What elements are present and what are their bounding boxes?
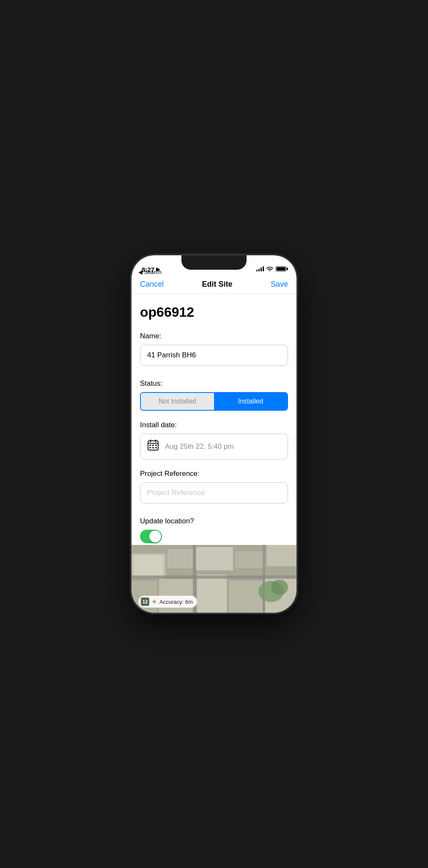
project-reference-label: Project Reference: [140, 470, 288, 478]
name-input[interactable] [140, 345, 288, 366]
battery-icon [276, 266, 286, 271]
phone-screen: 8:27 ▶ ◀ Search [132, 255, 296, 613]
status-field-group: Status: Not Installed Installed [140, 379, 288, 411]
wifi-icon [266, 265, 273, 272]
phone-frame: 8:27 ▶ ◀ Search [132, 255, 296, 613]
accuracy-label: Accuracy: 6m [159, 599, 193, 605]
status-icons [256, 265, 286, 272]
installed-option[interactable]: Installed [214, 393, 287, 410]
signal-icon [256, 266, 264, 271]
not-installed-option[interactable]: Not Installed [141, 393, 214, 410]
save-button[interactable]: Save [271, 280, 288, 289]
svg-rect-15 [235, 551, 265, 568]
status-toggle[interactable]: Not Installed Installed [140, 392, 288, 411]
svg-rect-5 [152, 445, 154, 446]
name-field-group: Name: [140, 332, 288, 376]
svg-rect-9 [155, 447, 157, 448]
project-reference-input[interactable] [140, 482, 288, 503]
svg-rect-1 [148, 443, 158, 444]
update-location-field-group: Update location? [140, 517, 288, 543]
svg-rect-19 [197, 575, 227, 613]
back-nav[interactable]: ◀ Search [138, 269, 162, 275]
svg-rect-22 [132, 575, 296, 579]
svg-rect-7 [149, 447, 151, 448]
accuracy-badge: 12 ✳ Accuracy: 6m [138, 596, 197, 608]
svg-point-26 [271, 580, 288, 595]
notch [181, 255, 247, 270]
svg-rect-24 [263, 545, 265, 613]
svg-rect-13 [167, 549, 193, 568]
location-toggle[interactable] [140, 530, 162, 543]
svg-rect-14 [195, 547, 233, 570]
status-label: Status: [140, 379, 288, 388]
toggle-thumb [149, 531, 161, 542]
site-id: op66912 [140, 304, 288, 320]
accuracy-zoom-num: 12 [141, 597, 149, 606]
name-label: Name: [140, 332, 288, 340]
nav-bar: Cancel Edit Site Save [132, 276, 296, 294]
svg-rect-6 [155, 445, 157, 446]
date-picker[interactable]: Aug 25th 22, 5:40 pm [140, 434, 288, 459]
svg-rect-8 [152, 447, 154, 448]
map-area: 12 ✳ Accuracy: 6m [132, 545, 296, 613]
svg-rect-20 [229, 581, 263, 613]
update-location-label: Update location? [140, 517, 288, 525]
location-switch-row [140, 530, 288, 543]
svg-rect-16 [267, 545, 296, 566]
project-reference-field-group: Project Reference: [140, 470, 288, 514]
date-value: Aug 25th 22, 5:40 pm [165, 442, 234, 451]
install-date-label: Install date: [140, 421, 288, 429]
svg-rect-4 [149, 445, 151, 446]
page-title: Edit Site [202, 280, 232, 289]
calendar-icon [147, 439, 159, 454]
accuracy-spinner-icon: ✳ [152, 598, 157, 605]
install-date-field-group: Install date: [140, 421, 288, 459]
svg-rect-12 [134, 556, 163, 577]
back-label: ◀ Search [138, 269, 162, 275]
cancel-button[interactable]: Cancel [140, 280, 164, 289]
